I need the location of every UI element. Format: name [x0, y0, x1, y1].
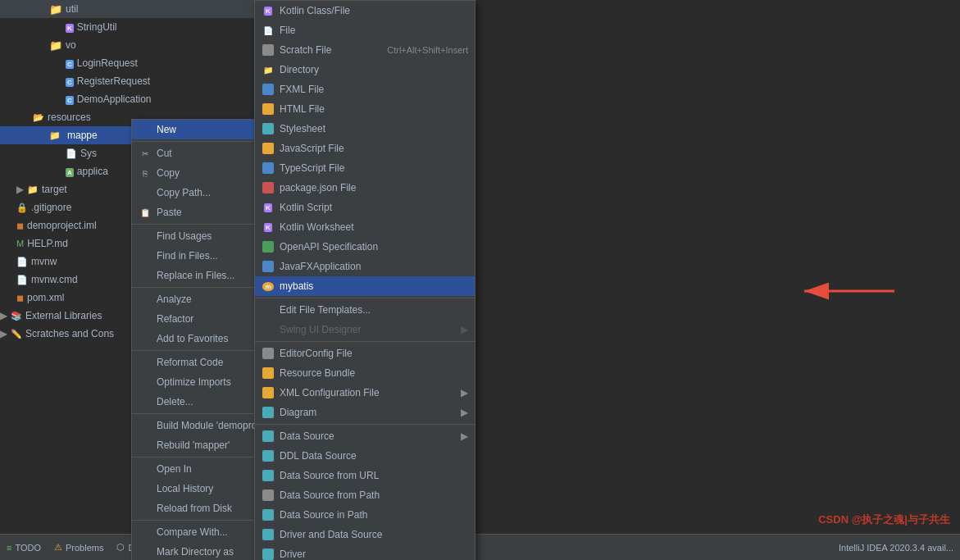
paste-icon: 📋: [139, 206, 152, 219]
submenu-item-scratch[interactable]: Scratch File Ctrl+Alt+Shift+Insert: [255, 40, 475, 60]
tree-label: mvnw.cmd: [31, 274, 78, 285]
swing-icon: [262, 323, 275, 336]
submenu-item-data-source[interactable]: Data Source ▶: [255, 426, 475, 446]
red-arrow: [796, 279, 894, 306]
submenu-item-html[interactable]: HTML File: [255, 99, 475, 119]
resources-icon: 📂: [33, 112, 44, 123]
submenu-item-driver[interactable]: Driver: [255, 544, 475, 560]
submenu-label-datasource-in: Data Source in Path: [280, 509, 468, 521]
submenu-item-file[interactable]: 📄 File: [255, 20, 475, 40]
app-icon: A: [66, 166, 74, 176]
submenu-item-kotlin-class[interactable]: K Kotlin Class/File: [255, 1, 475, 20]
submenu-label: Directory: [280, 64, 468, 75]
folder-icon: 📁: [27, 184, 39, 195]
submenu-label: FXML File: [280, 84, 468, 95]
submenu-label: Edit File Templates...: [280, 304, 468, 316]
csdn-watermark: CSDN @执子之魂|与子共生: [818, 512, 950, 527]
js-icon: [262, 142, 275, 155]
tree-label: LoginRequest: [77, 57, 138, 69]
submenu-item-ts[interactable]: TypeScript File: [255, 158, 475, 178]
submenu-label: TypeScript File: [280, 162, 468, 174]
git-icon: 🔒: [16, 203, 28, 213]
directory-icon: 📁: [262, 63, 275, 76]
submenu-item-css[interactable]: Stylesheet: [255, 119, 475, 139]
refactor-icon: [139, 312, 152, 326]
arrow-icon: ▶: [461, 407, 468, 418]
history-icon: [139, 482, 152, 495]
submenu-label-driver: Driver: [280, 549, 468, 560]
submenu-label: JavaFXApplication: [280, 261, 468, 272]
replace-icon: [139, 269, 152, 282]
submenu-item-openapi[interactable]: OpenAPI Specification: [255, 237, 475, 257]
driver-ds-icon: [262, 528, 275, 541]
submenu-item-resource-bundle[interactable]: Resource Bundle: [255, 363, 475, 383]
html-icon: [262, 102, 275, 116]
submenu-item-fxml[interactable]: FXML File: [255, 80, 475, 99]
submenu-item-driver-datasource[interactable]: Driver and Data Source: [255, 525, 475, 544]
submenu-new: K Kotlin Class/File 📄 File Scratch File …: [254, 0, 475, 560]
tree-label: RegisterRequest: [77, 75, 150, 87]
todo-icon: ≡: [7, 543, 11, 553]
submenu-item-directory[interactable]: 📁 Directory: [255, 60, 475, 80]
copy-icon: ⎘: [139, 166, 152, 180]
submenu-item-js[interactable]: JavaScript File: [255, 139, 475, 158]
ts-icon: [262, 162, 275, 175]
templates-icon: [262, 303, 275, 316]
submenu-item-npm[interactable]: package.json File: [255, 178, 475, 198]
submenu-label: Swing UI Designer: [280, 324, 457, 335]
tree-label: mvnw: [31, 256, 57, 267]
submenu-item-datasource-url[interactable]: Data Source from URL: [255, 466, 475, 485]
submenu-item-datasource-path[interactable]: Data Source from Path: [255, 485, 475, 505]
todo-status[interactable]: ≡ TODO: [7, 543, 41, 553]
problems-icon: ⚠: [54, 542, 62, 553]
submenu-item-editorconfig[interactable]: EditorConfig File: [255, 344, 475, 363]
ddl-icon: [262, 449, 275, 462]
datasource-path-icon: [262, 489, 275, 502]
submenu-label: OpenAPI Specification: [280, 241, 468, 253]
submenu-label: Kotlin Script: [280, 202, 468, 213]
problems-status[interactable]: ⚠ Problems: [54, 542, 103, 553]
build-icon: [139, 419, 152, 432]
submenu-item-kotlin-ws[interactable]: K Kotlin Worksheet: [255, 217, 475, 237]
submenu-label: Resource Bundle: [280, 367, 468, 379]
kotlin-script-icon: K: [262, 201, 275, 214]
openapi-icon: [262, 240, 275, 253]
ext-icon: 📚: [11, 311, 22, 321]
submenu-item-datasource-in-path[interactable]: Data Source in Path: [255, 505, 475, 525]
submenu-item-ddl[interactable]: DDL Data Source: [255, 446, 475, 466]
scratches-icon: ✏️: [11, 329, 22, 339]
tree-label: Sys: [80, 148, 97, 159]
reformat-icon: [139, 356, 152, 369]
md-icon: M: [16, 239, 24, 248]
arrow-icon: ▶: [461, 387, 468, 398]
tree-label: External Libraries: [25, 310, 102, 321]
editorconfig-icon: [262, 347, 275, 360]
submenu-item-edit-templates[interactable]: Edit File Templates...: [255, 300, 475, 320]
pom-icon: ◼: [16, 293, 24, 303]
tree-label: pom.xml: [27, 292, 64, 303]
submenu-label: XML Configuration File: [280, 387, 457, 398]
xml-icon: ◼: [16, 221, 24, 231]
submenu-item-javafx[interactable]: JavaFXApplication: [255, 257, 475, 276]
tree-label: util: [66, 3, 78, 15]
submenu-item-mybatis[interactable]: m mybatis: [255, 276, 475, 296]
file-icon: 📄: [262, 24, 275, 37]
submenu-label-datasource: Data Source: [280, 430, 457, 442]
submenu-label: HTML File: [280, 103, 468, 115]
submenu-label: package.json File: [280, 182, 468, 193]
java-icon: C: [66, 76, 74, 86]
submenu-item-diagram[interactable]: Diagram ▶: [255, 403, 475, 422]
submenu-label: Kotlin Class/File: [280, 5, 468, 16]
submenu-label: Scratch File: [280, 44, 380, 56]
folder-icon: 📁: [49, 130, 61, 141]
submenu-item-kotlin-script[interactable]: K Kotlin Script: [255, 198, 475, 217]
idea-label: IntelliJ IDEA 2020.3.4 avail...: [839, 543, 953, 553]
file-icon: 📄: [66, 148, 77, 159]
new-icon: [139, 123, 152, 136]
tree-label: .gitignore: [31, 202, 71, 213]
submenu-item-xml-config[interactable]: XML Configuration File ▶: [255, 383, 475, 403]
cut-icon: ✂: [139, 147, 152, 160]
submenu-label: Diagram: [280, 407, 457, 418]
idea-version: IntelliJ IDEA 2020.3.4 avail...: [839, 543, 953, 553]
submenu-label: Stylesheet: [280, 123, 468, 134]
